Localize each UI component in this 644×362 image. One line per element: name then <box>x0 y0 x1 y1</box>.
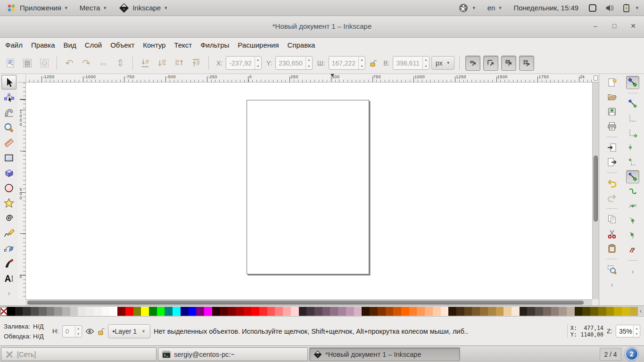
palette-swatch[interactable] <box>456 307 464 316</box>
tool-node-editor[interactable] <box>1 90 17 105</box>
palette-swatch[interactable] <box>23 307 31 316</box>
rotate-cw-button[interactable]: ↷ <box>79 56 94 71</box>
raise-to-top-button[interactable] <box>189 56 204 71</box>
raise-button[interactable] <box>172 56 187 71</box>
close-button[interactable]: ✕ <box>627 20 639 32</box>
palette-swatch[interactable] <box>520 307 528 316</box>
spinner-arrows[interactable]: ▲▼ <box>633 325 640 337</box>
palette-swatch[interactable] <box>622 307 630 316</box>
opacity-field[interactable]: 0 ▲▼ <box>62 325 82 337</box>
palette-swatch[interactable] <box>543 307 551 316</box>
palette-swatch[interactable] <box>54 307 62 316</box>
snap-midpoints-toggle[interactable] <box>626 243 639 256</box>
spin-down-icon[interactable]: ▼ <box>255 63 261 70</box>
palette-swatch[interactable] <box>220 307 228 316</box>
menu-item[interactable]: Слой <box>81 39 106 51</box>
menu-item[interactable]: Правка <box>27 39 59 51</box>
tool-selector[interactable] <box>1 75 17 90</box>
spinner-arrows[interactable]: ▲▼ <box>75 326 82 337</box>
palette-swatch[interactable] <box>504 307 512 316</box>
lower-to-bottom-button[interactable] <box>138 56 153 71</box>
palette-swatch[interactable] <box>86 307 94 316</box>
zoom-field[interactable]: 35% ▲▼ <box>616 325 640 337</box>
palette-swatch[interactable] <box>94 307 102 316</box>
menu-item[interactable]: Объект <box>106 39 139 51</box>
width-field[interactable]: 167,222 ▲▼ <box>329 56 366 70</box>
app-menu-inkscape[interactable]: Inkscape ▼ <box>113 0 173 16</box>
palette-swatch[interactable] <box>133 307 141 316</box>
display-indicator[interactable] <box>584 2 601 14</box>
palette-swatch[interactable] <box>299 307 307 316</box>
palette-swatch[interactable] <box>102 307 110 316</box>
layer-selector[interactable]: •Layer 1 ▼ <box>108 324 151 338</box>
vertical-ruler[interactable]: 10005000 <box>18 82 26 299</box>
spin-up-icon[interactable]: ▲ <box>634 325 640 331</box>
keyboard-layout-menu[interactable]: en ▼ <box>482 4 508 12</box>
palette-swatch[interactable] <box>512 307 520 316</box>
spin-up-icon[interactable]: ▲ <box>306 57 312 63</box>
new-document-button[interactable] <box>605 76 619 89</box>
tool-text[interactable] <box>1 271 17 286</box>
applications-menu[interactable]: Приложения ▼ <box>0 0 74 16</box>
cut-button[interactable] <box>605 227 619 240</box>
maximize-button[interactable]: □ <box>608 20 620 32</box>
move-patterns-toggle[interactable] <box>519 56 534 71</box>
menu-item[interactable]: Расширения <box>233 39 283 51</box>
height-field[interactable]: 398,611 ▲▼ <box>393 56 429 70</box>
fill-stroke-indicator[interactable]: Заливка: Н/Д Обводка: Н/Д <box>4 323 49 340</box>
canvas[interactable] <box>26 82 592 299</box>
palette-swatch[interactable] <box>590 307 598 316</box>
palette-swatch[interactable] <box>409 307 417 316</box>
palette-swatch[interactable] <box>275 307 283 316</box>
snap-bar-expander[interactable]: › <box>632 267 634 275</box>
tool-star[interactable] <box>1 196 17 210</box>
palette-swatch[interactable] <box>39 307 47 316</box>
tool-measure[interactable] <box>1 135 17 150</box>
palette-swatch[interactable] <box>448 307 456 316</box>
vertical-scrollbar[interactable] <box>592 82 599 299</box>
palette-swatch[interactable] <box>417 307 425 316</box>
palette-swatch[interactable] <box>228 307 236 316</box>
flip-horizontal-button[interactable]: ⇔ <box>96 56 111 71</box>
palette-swatch[interactable] <box>236 307 244 316</box>
palette-swatch[interactable] <box>149 307 157 316</box>
undo-button[interactable] <box>605 177 619 190</box>
tool-calligraphy[interactable] <box>1 256 17 271</box>
scale-corners-toggle[interactable] <box>483 56 498 71</box>
menu-item[interactable]: Фильтры <box>196 39 233 51</box>
snap-master-toggle[interactable] <box>626 76 639 89</box>
palette-swatch[interactable] <box>378 307 386 316</box>
copy-button[interactable] <box>605 213 619 226</box>
palette-swatch[interactable] <box>433 307 441 316</box>
tool-ellipse[interactable] <box>1 181 17 195</box>
palette-swatch[interactable] <box>370 307 378 316</box>
save-document-button[interactable] <box>605 105 619 118</box>
palette-swatch[interactable] <box>306 307 314 316</box>
spinner-arrows[interactable]: ▲▼ <box>255 57 261 69</box>
spin-down-icon[interactable]: ▼ <box>634 331 640 337</box>
snap-bounding-box-toggle[interactable] <box>626 97 639 110</box>
snap-bbox-edge-midpoints-toggle[interactable] <box>626 141 639 154</box>
palette-swatch[interactable] <box>551 307 559 316</box>
palette-swatch[interactable] <box>472 307 480 316</box>
palette-swatch[interactable] <box>47 307 55 316</box>
palette-swatch[interactable] <box>117 307 125 316</box>
sticky-zoom-button[interactable] <box>592 74 599 82</box>
palette-swatch[interactable] <box>322 307 330 316</box>
palette-swatch[interactable] <box>441 307 449 316</box>
palette-swatch[interactable] <box>62 307 70 316</box>
snap-cusp-nodes-toggle[interactable] <box>626 214 639 227</box>
snap-paths-toggle[interactable] <box>626 185 639 198</box>
palette-swatch[interactable] <box>251 307 259 316</box>
taskbar-window-button[interactable]: sergiy@centos-pc:~ <box>158 347 308 361</box>
palette-scroll-left-icon[interactable]: ‹ <box>638 308 644 314</box>
spin-down-icon[interactable]: ▼ <box>75 331 82 337</box>
palette-swatch[interactable] <box>582 307 590 316</box>
snap-bbox-corners-toggle[interactable] <box>626 126 639 140</box>
palette-swatch[interactable] <box>496 307 504 316</box>
accessibility-menu[interactable]: ▼ <box>452 2 482 14</box>
palette-swatch[interactable] <box>393 307 401 316</box>
palette-swatch[interactable] <box>488 307 496 316</box>
palette-swatch[interactable] <box>362 307 370 316</box>
snap-bbox-edges-toggle[interactable] <box>626 112 639 125</box>
